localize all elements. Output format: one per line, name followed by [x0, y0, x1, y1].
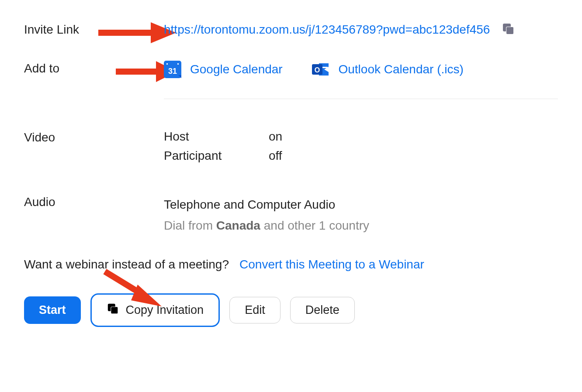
svg-text:O: O — [315, 66, 320, 74]
action-button-row: Start Copy Invitation Edit Delete — [24, 293, 558, 327]
svg-rect-4 — [506, 27, 513, 34]
audio-summary: Telephone and Computer Audio — [164, 194, 558, 215]
google-calendar-link[interactable]: 31 Google Calendar — [164, 61, 283, 78]
video-row: Video Host on Participant off — [24, 130, 558, 168]
svg-rect-21 — [111, 307, 118, 314]
svg-line-17 — [105, 272, 144, 296]
video-label: Video — [24, 130, 164, 144]
audio-row: Audio Telephone and Computer Audio Dial … — [24, 194, 558, 236]
google-calendar-label: Google Calendar — [190, 62, 283, 76]
video-host-value: on — [269, 130, 282, 144]
copy-invitation-button[interactable]: Copy Invitation — [90, 293, 220, 327]
section-divider — [164, 99, 558, 99]
outlook-calendar-icon: O — [312, 61, 329, 78]
outlook-calendar-link[interactable]: O Outlook Calendar (.ics) — [312, 61, 463, 78]
add-to-label: Add to — [24, 61, 164, 76]
copy-icon — [107, 303, 120, 318]
delete-button[interactable]: Delete — [290, 297, 355, 323]
video-participant-label: Participant — [164, 149, 269, 163]
edit-button[interactable]: Edit — [229, 297, 281, 323]
audio-label: Audio — [24, 194, 164, 209]
start-button[interactable]: Start — [24, 296, 81, 324]
svg-text:31: 31 — [168, 67, 177, 76]
google-calendar-icon: 31 — [164, 61, 181, 78]
svg-rect-8 — [166, 63, 168, 65]
add-to-row: Add to 31 Google Calendar — [24, 61, 558, 81]
invite-link-url[interactable]: https://torontomu.zoom.us/j/123456789?pw… — [164, 23, 490, 36]
webinar-prompt-row: Want a webinar instead of a meeting? Con… — [24, 258, 558, 272]
video-host-label: Host — [164, 130, 269, 144]
audio-dial-info: Dial from Canada and other 1 country — [164, 215, 558, 236]
video-participant-value: off — [269, 149, 282, 163]
invite-link-label: Invite Link — [24, 22, 164, 37]
invite-link-row: Invite Link https://torontomu.zoom.us/j/… — [24, 22, 558, 39]
convert-to-webinar-link[interactable]: Convert this Meeting to a Webinar — [239, 258, 424, 272]
copy-link-icon[interactable] — [501, 22, 515, 39]
copy-invitation-label: Copy Invitation — [126, 304, 204, 316]
svg-rect-9 — [177, 63, 179, 65]
outlook-calendar-label: Outlook Calendar (.ics) — [338, 62, 463, 76]
webinar-prompt-text: Want a webinar instead of a meeting? — [24, 258, 229, 272]
